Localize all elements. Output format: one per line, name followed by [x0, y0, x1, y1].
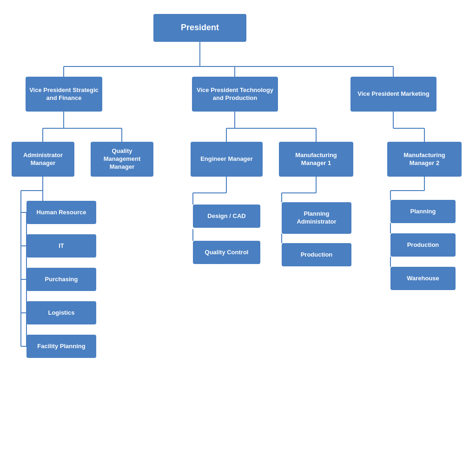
node-planning-admin: Planning Administrator: [282, 202, 351, 234]
node-vp-marketing: Vice President Marketing: [350, 77, 436, 112]
node-quality-control: Quality Control: [193, 241, 260, 264]
node-production1: Production: [282, 243, 351, 266]
node-president: President: [153, 14, 246, 42]
node-mfg-mgr2: Manufacturing Manager 2: [387, 142, 462, 177]
node-production2: Production: [390, 233, 456, 257]
node-it: IT: [26, 234, 96, 258]
node-vp-tech: Vice President Technology and Production: [192, 77, 278, 112]
node-engineer-mgr: Engineer Manager: [191, 142, 263, 177]
org-chart: President Vice President Strategic and F…: [0, 0, 476, 476]
node-admin-manager: Administrator Manager: [12, 142, 74, 177]
node-purchasing: Purchasing: [26, 268, 96, 291]
node-quality-mgmt: Quality Management Manager: [91, 142, 153, 177]
node-planning: Planning: [390, 200, 456, 223]
node-vp-strategic: Vice President Strategic and Finance: [26, 77, 102, 112]
node-mfg-mgr1: Manufacturing Manager 1: [279, 142, 353, 177]
node-warehouse: Warehouse: [390, 267, 456, 290]
node-facility-planning: Facility Planning: [26, 335, 96, 358]
node-logistics: Logistics: [26, 301, 96, 324]
node-human-resource: Human Resource: [26, 201, 96, 224]
node-design-cad: Design / CAD: [193, 205, 260, 228]
